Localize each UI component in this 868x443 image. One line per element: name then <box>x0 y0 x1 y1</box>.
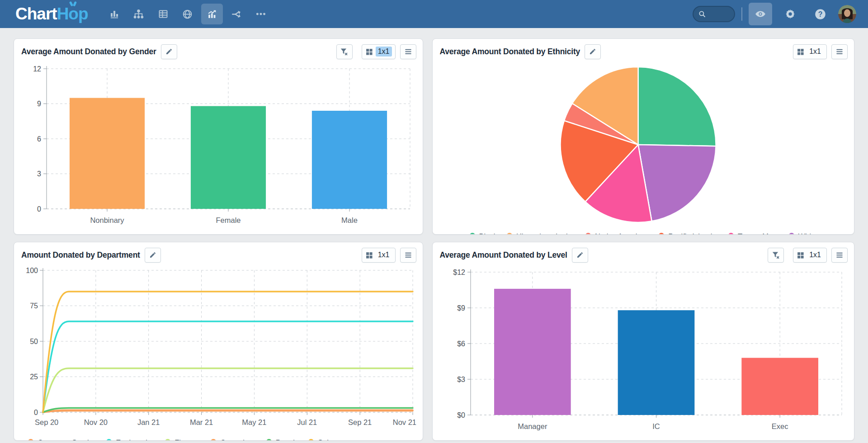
charthop-logo[interactable]: Chart Hop <box>15 5 88 24</box>
panel-menu-button[interactable] <box>400 44 416 59</box>
svg-text:50: 50 <box>30 338 38 345</box>
ethnicity-legend: BlackHispanic or LatinoNative AmericanPa… <box>433 230 854 235</box>
panel-title: Average Amount Donated by Gender <box>21 47 156 57</box>
pencil-icon <box>576 251 584 259</box>
legend-item[interactable]: Operations <box>210 437 257 441</box>
legend-label: People <box>276 437 299 441</box>
edit-title-button[interactable] <box>585 44 601 59</box>
ethnicity-pie-chart[interactable] <box>436 61 851 228</box>
legend-item[interactable]: Customer Service <box>28 437 97 441</box>
legend-dot <box>28 439 34 441</box>
svg-text:Mar 21: Mar 21 <box>190 418 213 426</box>
hamburger-icon <box>404 48 412 55</box>
global-search[interactable] <box>693 6 735 22</box>
filter-x-icon <box>772 251 780 259</box>
clear-filter-button[interactable] <box>336 44 353 59</box>
nav-divider <box>741 7 742 21</box>
tile-size-label: 1x1 <box>376 250 392 260</box>
svg-text:$0: $0 <box>457 411 465 419</box>
legend-dot <box>788 233 795 235</box>
tile-size-button[interactable]: 1x1 <box>793 44 827 59</box>
svg-text:$12: $12 <box>453 269 465 276</box>
tile-size-button[interactable]: 1x1 <box>362 44 396 59</box>
legend-item[interactable]: White <box>788 231 817 235</box>
legend-item[interactable]: Sales <box>308 437 336 441</box>
svg-text:75: 75 <box>30 302 38 310</box>
panel-menu-button[interactable] <box>400 248 416 263</box>
search-icon <box>698 9 706 19</box>
legend-item[interactable]: Finance <box>165 437 201 441</box>
bar-chart-nav-button[interactable] <box>104 4 125 24</box>
legend-label: Operations <box>220 437 257 441</box>
legend-item[interactable]: Engineering <box>106 437 156 441</box>
org-chart-nav-button[interactable] <box>128 4 150 24</box>
legend-item[interactable]: People <box>266 437 299 441</box>
tile-size-label: 1x1 <box>807 47 823 57</box>
level-bar-chart[interactable]: $0$3$6$9$12ManagerICExec <box>436 265 851 440</box>
tile-size-button[interactable]: 1x1 <box>362 248 396 263</box>
legend-label: Finance <box>175 437 201 441</box>
edit-title-button[interactable] <box>161 44 177 59</box>
gender-bar-chart[interactable]: 036912NonbinaryFemaleMale <box>18 61 419 234</box>
dashboard-grid: Average Amount Donated by Gender 1x1 036… <box>0 28 868 441</box>
grid-2x2-icon <box>365 48 373 56</box>
legend-dot <box>165 439 171 441</box>
tile-size-label: 1x1 <box>376 47 392 57</box>
svg-text:25: 25 <box>30 373 38 381</box>
legend-label: Sales <box>318 437 336 441</box>
department-line-chart[interactable]: 0255075100Sep 20Nov 20Jan 21Mar 21May 21… <box>18 265 419 434</box>
legend-label: Hispanic or Latino <box>516 231 576 235</box>
legend-item[interactable]: Two or More <box>728 231 779 235</box>
svg-text:$6: $6 <box>457 340 465 348</box>
svg-text:3: 3 <box>37 170 41 178</box>
panel-donated-by-level: Average Amount Donated by Level 1x1 $0$3… <box>432 242 855 441</box>
globe-nav-button[interactable] <box>177 4 198 24</box>
edit-title-button[interactable] <box>572 248 588 263</box>
legend-item[interactable]: Native American <box>585 231 649 235</box>
svg-text:100: 100 <box>26 267 38 274</box>
legend-label: Engineering <box>116 437 156 441</box>
legend-item[interactable]: Pacific Islander <box>658 231 719 235</box>
eye-icon <box>755 8 766 20</box>
panel-donated-by-gender: Average Amount Donated by Gender 1x1 036… <box>14 38 423 235</box>
pencil-icon <box>165 48 173 55</box>
legend-item[interactable]: Black <box>469 231 497 235</box>
panel-header: Average Amount Donated by Level 1x1 <box>433 242 854 264</box>
panel-menu-button[interactable] <box>831 248 848 263</box>
help-button[interactable]: ? <box>808 3 832 25</box>
svg-text:$3: $3 <box>457 376 465 383</box>
insights-nav-button[interactable] <box>201 4 223 24</box>
user-avatar[interactable] <box>838 5 856 23</box>
panel-header: Average Amount Donated by Gender 1x1 <box>14 39 423 61</box>
filter-x-icon <box>340 48 349 56</box>
svg-text:12: 12 <box>33 65 41 73</box>
top-navigation: Chart Hop <box>0 0 868 28</box>
legend-label: Customer Service <box>38 437 97 441</box>
search-input[interactable] <box>709 10 730 18</box>
view-eye-button[interactable] <box>749 3 772 25</box>
svg-text:Nov 20: Nov 20 <box>84 418 108 426</box>
table-nav-button[interactable] <box>152 4 174 24</box>
moves-nav-button[interactable] <box>226 4 247 24</box>
globe-icon <box>182 9 193 20</box>
tile-size-button[interactable]: 1x1 <box>793 248 827 263</box>
gear-icon <box>784 8 796 20</box>
table-icon <box>158 9 169 19</box>
settings-button[interactable] <box>778 3 802 25</box>
clear-filter-button[interactable] <box>768 248 784 263</box>
legend-dot <box>106 439 112 441</box>
svg-text:Jan 21: Jan 21 <box>137 418 160 426</box>
svg-text:May 21: May 21 <box>242 418 266 426</box>
legend-item[interactable]: Hispanic or Latino <box>506 231 576 235</box>
more-nav-button[interactable] <box>250 4 272 24</box>
svg-text:$9: $9 <box>457 304 465 312</box>
grid-2x2-icon <box>365 251 373 259</box>
moves-branch-icon <box>231 9 242 20</box>
svg-text:Jul 21: Jul 21 <box>297 418 317 426</box>
pencil-icon <box>589 48 596 55</box>
panel-menu-button[interactable] <box>831 44 848 59</box>
hamburger-icon <box>835 48 844 55</box>
svg-text:Manager: Manager <box>518 422 547 430</box>
edit-title-button[interactable] <box>145 248 161 263</box>
svg-text:6: 6 <box>37 135 41 143</box>
